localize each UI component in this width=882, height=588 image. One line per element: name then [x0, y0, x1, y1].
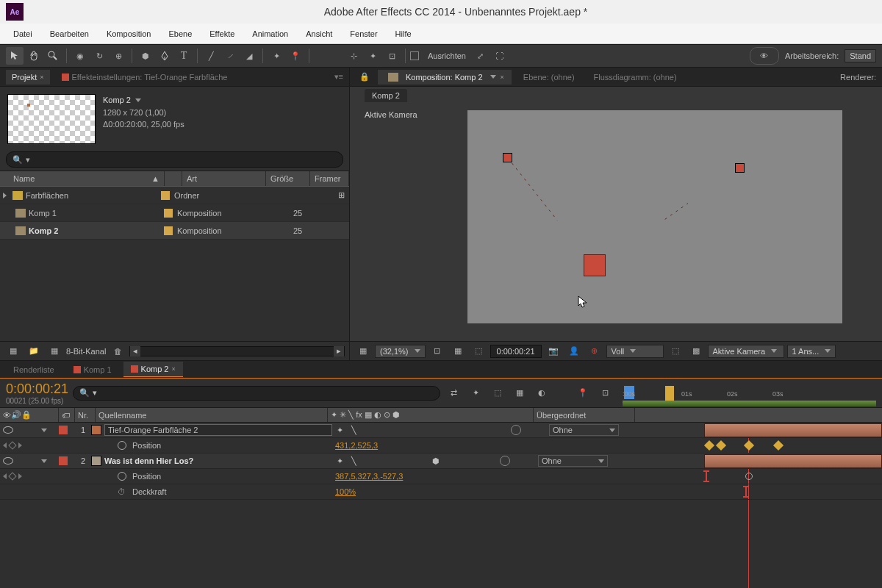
renderqueue-tab[interactable]: Renderliste — [6, 362, 62, 377]
project-tab[interactable]: Projekt× — [6, 70, 50, 85]
view-axis-icon[interactable]: ⊡ — [383, 47, 401, 65]
snap-option1-icon[interactable]: ⤢ — [472, 47, 490, 65]
composition-thumbnail[interactable] — [7, 94, 96, 144]
orbit-tool[interactable]: ◉ — [71, 47, 89, 65]
close-icon[interactable]: × — [40, 74, 43, 81]
project-item-comp1[interactable]: Komp 1 Komposition 25 — [0, 204, 349, 222]
camera-tool[interactable]: ⊕ — [110, 47, 127, 65]
rotate-tool[interactable]: ↻ — [90, 47, 108, 65]
brainstorm-icon[interactable]: ⊡ — [596, 384, 614, 402]
eye-icon[interactable] — [3, 457, 13, 465]
draft3d-icon[interactable]: ✦ — [467, 384, 484, 402]
pin-tool[interactable]: 📍 — [287, 47, 304, 65]
number-col[interactable]: Nr. — [75, 408, 96, 422]
pickwhip-icon[interactable] — [511, 425, 521, 435]
parent-dropdown[interactable]: Ohne — [549, 424, 619, 436]
shy-icon[interactable]: ⬚ — [489, 384, 506, 402]
safe-zones-icon[interactable]: ▦ — [449, 343, 467, 360]
always-preview-icon[interactable]: ▦ — [354, 343, 372, 360]
selection-tool[interactable] — [6, 47, 24, 65]
switches-col[interactable]: ✦ ✳ ╲ fx ▦ ◐ ⊙ ⬢ — [328, 408, 534, 422]
stopwatch-off-icon[interactable]: ⏱ — [118, 487, 129, 496]
comp-mini-flowchart-icon[interactable]: ⇄ — [445, 384, 462, 402]
frame-blend-icon[interactable]: ▦ — [511, 384, 528, 402]
close-icon[interactable]: × — [501, 74, 504, 81]
search-help-icon[interactable]: 👁 — [750, 47, 779, 65]
view-dropdown[interactable]: Aktive Kamera — [708, 345, 784, 358]
sourcename-col[interactable]: Quellenname — [96, 408, 328, 422]
keyframe-anchor[interactable] — [503, 153, 512, 162]
resolution-dropdown[interactable]: Voll — [606, 345, 664, 358]
world-axis-icon[interactable]: ✦ — [364, 47, 381, 65]
timeline-search-input[interactable]: 🔍▾ — [73, 386, 440, 401]
flowchart-icon[interactable]: ⊞ — [338, 190, 345, 200]
composition-canvas[interactable] — [467, 110, 842, 323]
layer-duration-bar[interactable] — [704, 454, 882, 468]
lock-icon[interactable]: 🔒 — [356, 68, 373, 86]
keyframe-icon[interactable] — [744, 440, 754, 451]
eraser-tool[interactable]: ◢ — [240, 47, 258, 65]
effect-controls-tab[interactable]: Effekteinstellungen: Tief-Orange Farbflä… — [56, 69, 349, 85]
snap-option2-icon[interactable]: ⛶ — [491, 47, 509, 65]
menu-view[interactable]: Ansicht — [298, 26, 340, 41]
col-type[interactable]: Art — [182, 171, 266, 186]
layer-name-input[interactable]: Tief-Orange Farbfläche 2 — [104, 424, 332, 436]
next-kf-icon[interactable] — [18, 473, 22, 479]
stopwatch-icon[interactable] — [118, 441, 126, 450]
motion-blur-icon[interactable]: ◐ — [533, 384, 551, 402]
snapshot-icon[interactable]: 📷 — [545, 343, 562, 360]
layer-tab[interactable]: Ebene: (ohne) — [516, 70, 582, 85]
project-item-folder[interactable]: Farbflächen Ordner ⊞ — [0, 187, 349, 204]
menu-edit[interactable]: Bearbeiten — [43, 26, 96, 41]
add-kf-icon[interactable] — [8, 441, 16, 449]
mask-icon[interactable]: ⬚ — [470, 343, 487, 360]
transparency-grid-icon[interactable]: ▩ — [687, 343, 705, 360]
expand-icon[interactable] — [41, 429, 47, 432]
bit-depth[interactable]: 8-Bit-Kanal — [66, 347, 106, 356]
brush-tool[interactable]: ╱ — [202, 47, 220, 65]
local-axis-icon[interactable]: ⊹ — [345, 47, 362, 65]
snap-checkbox[interactable] — [410, 51, 419, 60]
layer-color-swatch[interactable] — [59, 426, 68, 434]
add-kf-icon[interactable] — [8, 472, 16, 480]
eye-icon[interactable] — [3, 426, 13, 434]
prev-kf-icon[interactable] — [3, 473, 7, 479]
position-value[interactable]: 387,5,327,3,-527,3 — [335, 472, 541, 481]
zoom-dropdown[interactable]: (32,1%) — [375, 345, 426, 358]
col-name[interactable]: Name▲ — [0, 171, 165, 186]
new-folder-icon[interactable]: 📁 — [25, 343, 43, 360]
timeline-tab-komp1[interactable]: Komp 1 — [66, 362, 119, 377]
menu-animation[interactable]: Animation — [245, 26, 295, 41]
keyframe-icon[interactable] — [716, 440, 726, 451]
keyframe-icon[interactable] — [745, 473, 753, 480]
new-comp-icon[interactable]: ▦ — [46, 343, 63, 360]
next-kf-icon[interactable] — [18, 442, 22, 448]
col-size[interactable]: Größe — [266, 171, 310, 186]
expand-icon[interactable] — [3, 193, 7, 198]
in-point-icon[interactable] — [706, 470, 707, 482]
project-search-input[interactable]: 🔍▾ — [6, 151, 343, 168]
selected-layer-box[interactable] — [584, 254, 606, 276]
project-hscroll[interactable]: ◂▸ — [129, 346, 345, 356]
menu-window[interactable]: Fenster — [343, 26, 384, 41]
menu-file[interactable]: Datei — [6, 26, 40, 41]
col-frame[interactable]: Framer — [310, 171, 349, 186]
roi-icon[interactable]: ⬚ — [667, 343, 684, 360]
layer-duration-bar[interactable] — [704, 423, 882, 437]
flowchart-tab[interactable]: Flussdiagramm: (ohne) — [587, 70, 684, 85]
zoom-tool[interactable] — [44, 47, 62, 65]
prev-kf-icon[interactable] — [3, 442, 7, 448]
close-icon[interactable]: × — [171, 365, 175, 373]
keyframe-icon[interactable] — [704, 440, 714, 451]
shape-tool[interactable]: ⬢ — [137, 47, 154, 65]
stopwatch-icon[interactable] — [118, 472, 126, 481]
interpret-icon[interactable]: ▦ — [4, 343, 22, 360]
time-ruler[interactable]: :00s 01s 02s 03s — [618, 379, 876, 407]
composition-viewport[interactable]: Aktive Kamera — [350, 104, 882, 341]
workspace-dropdown[interactable]: Stand — [845, 49, 876, 62]
show-channel-icon[interactable]: 👤 — [565, 343, 583, 360]
expand-icon[interactable] — [41, 459, 47, 463]
clone-tool[interactable]: ⟋ — [221, 47, 239, 65]
graph-editor-icon[interactable]: 📍 — [574, 384, 592, 402]
menu-layer[interactable]: Ebene — [161, 26, 199, 41]
